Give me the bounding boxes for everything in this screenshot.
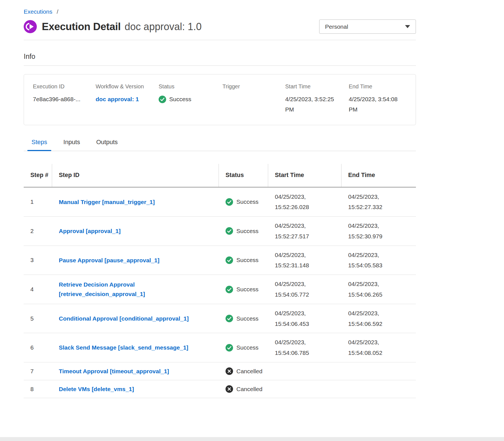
info-field-label: Start Time — [285, 83, 349, 90]
cancelled-icon — [226, 367, 233, 375]
step-number: 2 — [24, 228, 52, 234]
step-id-cell: Pause Approval [pause_approval_1] — [52, 256, 219, 265]
table-row: 2 Approval [approval_1] Success 04/25/20… — [24, 217, 416, 246]
status-text: Success — [236, 228, 258, 234]
step-status: Cancelled — [219, 367, 268, 375]
step-link[interactable]: Conditional Approval [conditional_approv… — [59, 314, 189, 323]
step-id-cell: Slack Send Message [slack_send_message_1… — [52, 343, 219, 352]
step-end-time: 04/25/2023, 15:52:30.979 — [341, 220, 396, 242]
info-field-label: Workflow & Version — [96, 83, 159, 90]
step-start-time: 04/25/2023, 15:52:27.517 — [268, 220, 323, 242]
info-field-execution-id: Execution ID 7e8ac396-a868-... — [33, 83, 96, 115]
tab-inputs[interactable]: Inputs — [59, 139, 84, 151]
column-header-start-time: Start Time — [268, 164, 341, 187]
success-icon — [226, 315, 233, 322]
end-time-value: 4/25/2023, 3:54:08 PM — [349, 94, 406, 115]
step-number: 4 — [24, 286, 52, 293]
page-title: Execution Detail — [42, 21, 121, 33]
table-row: 4 Retrieve Decision Approval [retrieve_d… — [24, 275, 416, 304]
step-id-cell: Delete VMs [delete_vms_1] — [52, 384, 219, 394]
execution-id-value: 7e8ac396-a868-... — [33, 94, 90, 105]
execution-status: Success — [159, 94, 222, 105]
tab-outputs[interactable]: Outputs — [92, 139, 122, 151]
steps-table: Step # Step ID Status Start Time End Tim… — [24, 164, 416, 398]
step-status: Success — [219, 227, 268, 235]
step-status: Success — [219, 286, 268, 293]
table-header-row: Step # Step ID Status Start Time End Tim… — [24, 164, 416, 188]
info-field-status: Status Success — [159, 83, 222, 115]
table-row: 7 Timeout Approval [timeout_approval_1] … — [24, 362, 416, 380]
execution-detail-page: Executions / Execution Detail doc approv… — [0, 0, 504, 441]
table-row: 8 Delete VMs [delete_vms_1] Cancelled — [24, 380, 416, 398]
step-link[interactable]: Slack Send Message [slack_send_message_1… — [59, 343, 188, 352]
step-id-cell: Approval [approval_1] — [52, 226, 219, 236]
step-link[interactable]: Approval [approval_1] — [59, 226, 121, 236]
step-status: Success — [219, 315, 268, 322]
column-header-step-id: Step ID — [52, 164, 219, 187]
step-start-time: 04/25/2023, 15:54:06.785 — [268, 337, 323, 358]
step-end-time: 04/25/2023, 15:52:27.332 — [341, 192, 396, 213]
status-text: Success — [169, 94, 191, 105]
info-field-label: Trigger — [222, 83, 285, 90]
divider — [24, 66, 416, 66]
success-icon — [226, 227, 233, 235]
info-field-workflow-version: Workflow & Version doc approval: 1 — [96, 83, 159, 115]
page-bottom-bar — [0, 437, 504, 441]
step-link[interactable]: Timeout Approval [timeout_approval_1] — [59, 367, 169, 376]
step-number: 5 — [24, 315, 52, 322]
status-text: Cancelled — [236, 368, 262, 375]
status-text: Success — [236, 198, 258, 205]
breadcrumb-link-executions[interactable]: Executions — [24, 8, 52, 15]
step-link[interactable]: Pause Approval [pause_approval_1] — [59, 256, 159, 265]
step-start-time: 04/25/2023, 15:54:05.772 — [268, 279, 323, 300]
success-icon — [226, 286, 233, 293]
breadcrumb: Executions / — [24, 0, 416, 15]
tab-steps[interactable]: Steps — [27, 139, 51, 151]
step-number: 8 — [24, 386, 52, 392]
step-id-cell: Manual Trigger [manual_trigger_1] — [52, 197, 219, 207]
step-number: 1 — [24, 198, 52, 205]
status-text: Cancelled — [236, 386, 262, 392]
cancelled-icon — [226, 385, 233, 393]
breadcrumb-separator: / — [57, 8, 59, 15]
step-link[interactable]: Manual Trigger [manual_trigger_1] — [59, 197, 155, 207]
chevron-down-icon — [405, 25, 410, 28]
step-start-time: 04/25/2023, 15:52:31.148 — [268, 250, 323, 271]
info-card: Execution ID 7e8ac396-a868-... Workflow … — [24, 74, 416, 125]
step-id-cell: Conditional Approval [conditional_approv… — [52, 314, 219, 323]
scope-select[interactable]: Personal — [319, 20, 416, 34]
step-id-cell: Timeout Approval [timeout_approval_1] — [52, 367, 219, 376]
step-status: Success — [219, 198, 268, 206]
success-icon — [226, 198, 233, 206]
status-text: Success — [236, 286, 258, 293]
workflow-icon — [24, 20, 37, 33]
info-field-label: Execution ID — [33, 83, 96, 90]
step-number: 3 — [24, 257, 52, 263]
step-id-cell: Retrieve Decision Approval [retrieve_dec… — [52, 280, 219, 299]
step-start-time: 04/25/2023, 15:54:06.453 — [268, 308, 323, 329]
step-start-time: 04/25/2023, 15:52:26.028 — [268, 192, 323, 213]
workflow-version-link[interactable]: doc approval: 1 — [96, 94, 139, 105]
step-end-time: 04/25/2023, 15:54:06.592 — [341, 308, 396, 329]
step-end-time: 04/25/2023, 15:54:08.052 — [341, 337, 396, 358]
info-section-title: Info — [24, 52, 416, 60]
step-status: Cancelled — [219, 385, 268, 393]
step-link[interactable]: Delete VMs [delete_vms_1] — [59, 384, 134, 394]
status-text: Success — [236, 257, 258, 263]
step-number: 6 — [24, 344, 52, 351]
scope-select-value: Personal — [325, 23, 348, 30]
table-row: 6 Slack Send Message [slack_send_message… — [24, 333, 416, 362]
step-link[interactable]: Retrieve Decision Approval [retrieve_dec… — [59, 280, 219, 299]
status-text: Success — [236, 344, 258, 351]
info-field-trigger: Trigger — [222, 83, 285, 115]
page-subtitle: doc approval: 1.0 — [125, 21, 202, 33]
info-field-label: End Time — [349, 83, 410, 90]
success-icon — [226, 256, 233, 264]
info-field-start-time: Start Time 4/25/2023, 3:52:25 PM — [285, 83, 349, 115]
start-time-value: 4/25/2023, 3:52:25 PM — [285, 94, 342, 115]
column-header-status: Status — [219, 164, 268, 187]
success-icon — [226, 344, 233, 352]
status-text: Success — [236, 315, 258, 322]
step-end-time: 04/25/2023, 15:54:06.265 — [341, 279, 396, 300]
divider — [24, 40, 416, 40]
